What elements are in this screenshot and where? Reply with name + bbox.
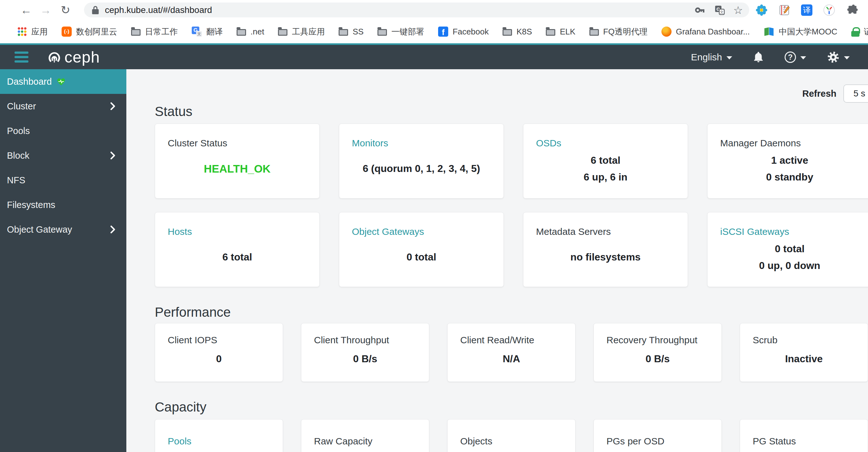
bookmark-item[interactable]: Facebook bbox=[438, 27, 489, 37]
bookmark-star-icon[interactable]: ☆ bbox=[734, 5, 743, 16]
flower-extension-icon[interactable] bbox=[755, 4, 768, 16]
card-title: Scrub bbox=[753, 335, 855, 345]
bookmark-item[interactable]: FQ透明代理 bbox=[589, 26, 648, 37]
bookmark-item[interactable]: 工具应用 bbox=[278, 26, 325, 37]
bookmark-item[interactable]: 应用 bbox=[18, 26, 48, 37]
bookmark-item[interactable]: ELK bbox=[546, 27, 575, 37]
sidebar-item-label: NFS bbox=[7, 175, 25, 186]
section-title-status: Status bbox=[155, 103, 868, 120]
sidebar-nav: Dashboard Cluster Pools Block NFS bbox=[0, 69, 126, 452]
chevron-down-icon bbox=[800, 56, 806, 59]
card-title[interactable]: Monitors bbox=[352, 138, 491, 148]
card-value bbox=[753, 447, 855, 452]
password-key-icon[interactable] bbox=[694, 4, 706, 16]
bookmark-item[interactable]: 中国大学MOOC bbox=[764, 26, 837, 37]
bookmark-item[interactable]: K8S bbox=[502, 27, 532, 37]
y-clock-extension-icon[interactable] bbox=[823, 4, 835, 16]
reload-icon[interactable]: ↻ bbox=[56, 4, 75, 16]
dashboard-card: Client Throughput 0 B/s bbox=[301, 323, 429, 382]
sidebar-item-label: Block bbox=[7, 150, 29, 161]
folder-icon bbox=[237, 29, 246, 36]
dashboard-card: Raw Capacity bbox=[301, 419, 429, 452]
sidebar-item-nfs[interactable]: NFS bbox=[0, 168, 126, 193]
address-bar[interactable]: ceph.kube.uat/#/dashboard G文 ☆ bbox=[84, 2, 749, 18]
chevron-right-icon bbox=[110, 102, 116, 111]
card-title[interactable]: iSCSI Gateways bbox=[720, 226, 859, 237]
card-value: 6 (quorum 0, 1, 2, 3, 4, 5) bbox=[352, 148, 491, 189]
folder-icon bbox=[377, 29, 387, 36]
card-value-line: 0 bbox=[216, 350, 222, 367]
card-title: PG Status bbox=[753, 436, 855, 447]
menu-toggle-icon[interactable] bbox=[14, 52, 28, 63]
card-title: Client Throughput bbox=[314, 335, 416, 345]
card-value: 0 total0 up, 0 down bbox=[720, 237, 859, 277]
card-value-line: 6 total bbox=[591, 152, 620, 169]
bookmark-label: 翻译 bbox=[206, 26, 223, 37]
translate-yi-extension-icon[interactable]: 译 bbox=[801, 4, 812, 16]
dashboard-card: Scrub Inactive bbox=[740, 323, 868, 382]
folder-icon bbox=[278, 29, 287, 36]
sidebar-item-filesystems[interactable]: Filesystems bbox=[0, 193, 126, 217]
sidebar-item-cluster[interactable]: Cluster bbox=[0, 94, 126, 118]
sidebar-item-label: Cluster bbox=[7, 101, 36, 112]
bookmark-label: Grafana Dashboar... bbox=[676, 27, 750, 37]
bookmark-item[interactable]: SS bbox=[339, 27, 364, 37]
folder-icon bbox=[546, 29, 555, 36]
extensions-puzzle-icon[interactable] bbox=[846, 4, 858, 16]
back-icon[interactable]: ← bbox=[17, 4, 36, 16]
bookmark-item[interactable]: Grafana Dashboar... bbox=[661, 27, 750, 37]
bookmark-item[interactable]: 翻译 bbox=[192, 26, 223, 37]
card-value-line: 0 total bbox=[406, 249, 436, 265]
section-title-capacity: Capacity bbox=[155, 399, 868, 415]
forward-icon[interactable]: → bbox=[36, 4, 56, 16]
brand-name: ceph bbox=[64, 48, 100, 66]
url-text[interactable]: ceph.kube.uat/#/dashboard bbox=[105, 5, 686, 15]
settings-menu[interactable] bbox=[827, 51, 850, 63]
card-title[interactable]: Object Gateways bbox=[352, 226, 491, 237]
refresh-interval-value: 5 s bbox=[854, 88, 865, 98]
facebook-icon bbox=[438, 27, 448, 37]
bookmark-item[interactable]: 一键部署 bbox=[377, 26, 424, 37]
bookmark-item[interactable]: 日常工作 bbox=[131, 26, 178, 37]
gear-icon bbox=[827, 51, 840, 63]
card-value-line: 1 active bbox=[771, 152, 808, 169]
sidebar-item-object-gateway[interactable]: Object Gateway bbox=[0, 217, 126, 242]
bookmark-item[interactable]: .net bbox=[237, 27, 264, 37]
dashboard-card: PGs per OSD bbox=[593, 419, 722, 452]
language-selector[interactable]: English bbox=[691, 52, 732, 63]
card-title[interactable]: Hosts bbox=[168, 226, 307, 237]
card-value bbox=[460, 447, 563, 452]
translate-page-icon[interactable]: G文 bbox=[714, 4, 725, 16]
bookmark-label: K8S bbox=[517, 27, 532, 37]
refresh-interval-select[interactable]: 5 s bbox=[843, 84, 868, 103]
card-title: Manager Daemons bbox=[720, 138, 859, 148]
bookmark-label: FQ透明代理 bbox=[603, 26, 648, 37]
alicloud-icon bbox=[62, 27, 72, 37]
extensions-row: T 译 bbox=[755, 4, 860, 16]
chevron-down-icon bbox=[726, 56, 732, 59]
card-value: N/A bbox=[460, 345, 563, 372]
card-value: HEALTH_OK bbox=[168, 148, 307, 189]
bell-icon bbox=[753, 51, 764, 63]
bookmark-label: Facebook bbox=[453, 27, 489, 37]
section-title-performance: Performance bbox=[155, 304, 868, 320]
chevron-right-icon bbox=[110, 225, 116, 234]
card-value-line: 0 B/s bbox=[646, 350, 670, 367]
dashboard-card: Hosts 6 total bbox=[155, 212, 320, 287]
sidebar-item-pools[interactable]: Pools bbox=[0, 118, 126, 143]
card-title[interactable]: OSDs bbox=[536, 138, 675, 148]
help-menu[interactable]: ? bbox=[785, 52, 806, 63]
notifications-button[interactable] bbox=[753, 51, 764, 63]
bookmark-item[interactable]: 证书申请 - FreeSS... bbox=[851, 26, 868, 37]
card-value-line: N/A bbox=[502, 350, 520, 367]
bookmark-item[interactable]: 数创阿里云 bbox=[62, 26, 117, 37]
sidebar-item-label: Pools bbox=[7, 126, 30, 136]
card-title[interactable]: Pools bbox=[168, 436, 270, 447]
dashboard-card: Cluster Status HEALTH_OK bbox=[155, 123, 320, 198]
notes-extension-icon[interactable]: T bbox=[778, 4, 790, 16]
svg-text:T: T bbox=[784, 5, 786, 9]
dashboard-card: Client IOPS 0 bbox=[155, 323, 283, 382]
sidebar-item-block[interactable]: Block bbox=[0, 143, 126, 168]
grafana-icon bbox=[661, 27, 672, 37]
sidebar-item-dashboard[interactable]: Dashboard bbox=[0, 69, 126, 94]
